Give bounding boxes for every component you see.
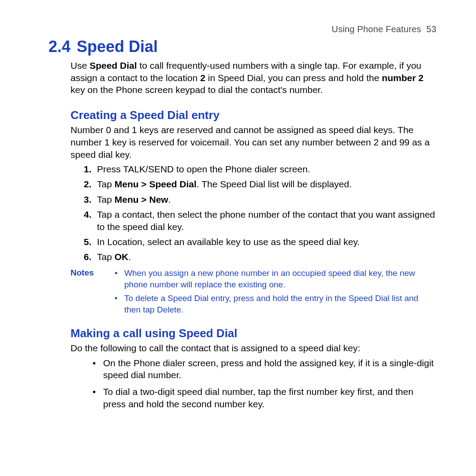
step-number: 3.	[84, 193, 92, 206]
step-1: 1.Press TALK/SEND to open the Phone dial…	[84, 163, 436, 175]
step-text: Tap	[97, 179, 115, 189]
step-number: 2.	[84, 178, 92, 190]
step-text: In Location, select an available key to …	[97, 237, 360, 247]
call-body: Do the following to call the contact tha…	[71, 342, 436, 354]
intro-bold: 2	[200, 73, 205, 83]
section-title: Speed Dial	[77, 37, 158, 56]
manual-page: Using Phone Features 53 2.4Speed Dial Us…	[0, 0, 476, 476]
step-text: Press TALK/SEND to open the Phone dialer…	[97, 164, 310, 174]
intro-bold: Speed Dial	[89, 60, 137, 71]
subheading-call: Making a call using Speed Dial	[71, 327, 436, 340]
step-number: 5.	[84, 236, 92, 248]
step-number: 4.	[84, 208, 92, 221]
notes-list: When you assign a new phone number in an…	[115, 268, 436, 318]
section-number: 2.4	[48, 37, 71, 56]
call-bullets: On the Phone dialer screen, press and ho…	[48, 357, 436, 410]
intro-text: Use	[71, 60, 89, 71]
step-5: 5.In Location, select an available key t…	[84, 236, 436, 248]
step-text: .	[128, 252, 131, 262]
intro-text: in Speed Dial, you can press and hold th…	[205, 73, 382, 83]
step-6: 6.Tap OK.	[84, 251, 436, 263]
bullet-item: On the Phone dialer screen, press and ho…	[93, 357, 436, 381]
step-text: Tap	[97, 252, 115, 262]
steps-list: 1.Press TALK/SEND to open the Phone dial…	[48, 163, 436, 263]
subheading-create: Creating a Speed Dial entry	[71, 108, 436, 122]
note-item: When you assign a new phone number in an…	[115, 268, 436, 290]
step-2: 2.Tap Menu > Speed Dial. The Speed Dial …	[84, 178, 436, 190]
intro-text: key on the Phone screen keypad to dial t…	[71, 85, 323, 95]
intro-bold: number 2	[382, 73, 424, 83]
step-bold: OK	[115, 252, 129, 262]
intro-paragraph: Use Speed Dial to call frequently-used n…	[71, 60, 436, 96]
section-heading: 2.4Speed Dial	[48, 37, 436, 56]
step-4: 4.Tap a contact, then select the phone n…	[84, 208, 436, 233]
step-bold: Menu > New	[115, 194, 168, 205]
create-body: Number 0 and 1 keys are reserved and can…	[71, 124, 436, 160]
notes-label: Notes	[71, 268, 115, 318]
notes-block: Notes When you assign a new phone number…	[71, 268, 436, 318]
step-number: 1.	[84, 163, 92, 175]
note-item: To delete a Speed Dial entry, press and …	[115, 293, 436, 315]
step-text: Tap a contact, then select the phone num…	[97, 209, 435, 232]
step-text: . The Speed Dial list will be displayed.	[197, 179, 352, 189]
bullet-item: To dial a two-digit speed dial number, t…	[93, 386, 436, 410]
page-number: 53	[426, 24, 436, 34]
step-3: 3.Tap Menu > New.	[84, 193, 436, 206]
running-header: Using Phone Features 53	[332, 24, 436, 34]
step-text: .	[168, 194, 171, 205]
step-bold: Menu > Speed Dial	[115, 179, 197, 189]
chapter-name: Using Phone Features	[332, 24, 421, 34]
step-text: Tap	[97, 194, 115, 205]
step-number: 6.	[84, 251, 92, 263]
